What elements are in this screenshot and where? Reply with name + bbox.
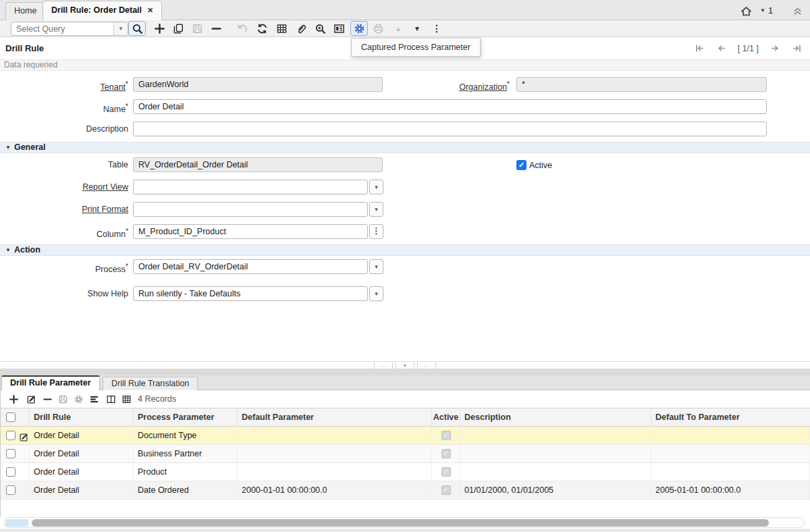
- save-button[interactable]: [191, 22, 203, 34]
- tab-home[interactable]: Home: [5, 2, 45, 20]
- tenant-field[interactable]: [133, 77, 383, 92]
- grid-toggle-button[interactable]: [275, 22, 288, 34]
- down-triangle-icon: ▼: [414, 25, 421, 32]
- row-edit-button[interactable]: [19, 431, 29, 441]
- panel-splitter[interactable]: … ▼ …: [0, 361, 810, 369]
- detail-delete-button[interactable]: [42, 394, 53, 404]
- column-header-default-parameter[interactable]: Default Parameter: [238, 408, 432, 426]
- process-button[interactable]: [350, 21, 368, 36]
- print-format-dropdown-button[interactable]: ▾: [369, 202, 383, 217]
- previous-record-button[interactable]: [716, 43, 726, 53]
- scrollbar-thumb[interactable]: [32, 519, 769, 527]
- table-row[interactable]: Order Detail Product ✓: [0, 463, 810, 481]
- check-icon: ✓: [443, 481, 448, 499]
- tab-drill-rule[interactable]: Drill Rule: Order Detail✕: [43, 1, 162, 20]
- detail-record-button[interactable]: ▼: [411, 22, 423, 34]
- table-field[interactable]: [133, 157, 383, 172]
- show-help-field[interactable]: [133, 286, 368, 301]
- new-record-button[interactable]: [153, 22, 165, 34]
- first-record-button[interactable]: [695, 43, 705, 53]
- attachment-button[interactable]: [295, 22, 307, 34]
- report-view-dropdown-button[interactable]: ▾: [369, 180, 383, 194]
- report-view-field[interactable]: [133, 180, 368, 194]
- report-view-label[interactable]: Report View: [10, 180, 128, 194]
- more-actions-button[interactable]: ⋮: [431, 22, 443, 34]
- select-query-dropdown-button[interactable]: ▾: [113, 22, 128, 35]
- cell-active: ✓: [432, 463, 460, 481]
- detail-columns-button[interactable]: [105, 394, 116, 404]
- print-format-field[interactable]: [133, 202, 368, 217]
- horizontal-scrollbar[interactable]: [3, 517, 805, 528]
- parent-record-button[interactable]: ▲: [392, 22, 404, 34]
- splitter-grip-icon[interactable]: …: [374, 363, 393, 369]
- active-label: Active: [529, 161, 552, 170]
- column-header-active[interactable]: Active: [432, 408, 460, 426]
- delete-record-button[interactable]: [210, 22, 222, 34]
- check-icon: ✓: [443, 463, 448, 481]
- copy-icon: [173, 23, 184, 34]
- report-button[interactable]: [333, 22, 345, 34]
- table-row[interactable]: Order Detail Business Partner ✓: [0, 445, 810, 463]
- tab-drill-rule-parameter[interactable]: Drill Rule Parameter: [1, 375, 100, 390]
- column-more-button[interactable]: ⋮: [369, 224, 383, 239]
- active-checkbox[interactable]: ✓: [516, 160, 526, 170]
- select-all-checkbox[interactable]: [6, 413, 16, 422]
- find-record-button[interactable]: [128, 21, 146, 36]
- collapse-header-button[interactable]: [791, 5, 803, 17]
- home-button[interactable]: [740, 5, 752, 17]
- show-help-dropdown-button[interactable]: ▾: [369, 286, 383, 301]
- record-navigation: [ 1/1 ]: [695, 37, 802, 59]
- column-header-drill-rule[interactable]: Drill Rule: [30, 408, 134, 426]
- print-button[interactable]: [372, 22, 384, 34]
- zoom-across-button[interactable]: [314, 22, 326, 34]
- splitter-collapse-icon[interactable]: ▼: [396, 363, 414, 369]
- copy-record-button[interactable]: [172, 22, 184, 34]
- next-record-button[interactable]: [770, 43, 780, 53]
- column-header-default-to-parameter[interactable]: Default To Parameter: [651, 408, 810, 426]
- organization-label[interactable]: Organization*: [392, 77, 510, 95]
- close-tab-icon[interactable]: ✕: [147, 6, 153, 14]
- row-checkbox[interactable]: [6, 467, 16, 477]
- grid-header-row: Drill Rule Process Parameter Default Par…: [0, 408, 810, 427]
- table-row[interactable]: Order Detail Date Ordered 2000-01-01 00:…: [0, 481, 810, 500]
- section-general[interactable]: ▼General: [0, 142, 810, 153]
- row-checkbox[interactable]: [6, 485, 16, 495]
- name-field[interactable]: [133, 99, 767, 114]
- minus-icon: [43, 394, 53, 404]
- splitter-handles[interactable]: … ▼ …: [373, 363, 437, 369]
- window-count: 1: [768, 5, 773, 16]
- description-field[interactable]: [133, 122, 767, 136]
- organization-field[interactable]: [516, 77, 767, 92]
- detail-process-button[interactable]: [73, 394, 84, 404]
- detail-edit-button[interactable]: [26, 394, 36, 404]
- detail-grid-view-button[interactable]: [121, 394, 132, 404]
- select-query-combo[interactable]: ▾: [11, 22, 128, 36]
- detail-list-view-button[interactable]: [88, 394, 99, 404]
- row-checkbox[interactable]: [6, 449, 16, 458]
- last-record-button[interactable]: [792, 43, 802, 53]
- refresh-button[interactable]: [256, 22, 268, 34]
- row-checkbox[interactable]: [6, 431, 16, 440]
- process-dropdown-button[interactable]: ▾: [369, 259, 383, 274]
- splitter-grip-icon[interactable]: …: [417, 363, 436, 369]
- frozen-column-indicator: [5, 519, 28, 527]
- column-header-description[interactable]: Description: [460, 408, 651, 426]
- tenant-label[interactable]: Tenant*: [10, 77, 128, 95]
- undo-button[interactable]: [236, 22, 248, 34]
- application-window: Home Drill Rule: Order Detail✕ ▼ 1 ▾ ▲ ▼…: [0, 0, 810, 532]
- print-format-label[interactable]: Print Format: [10, 202, 128, 217]
- cell-description: [460, 463, 651, 481]
- process-field[interactable]: [133, 259, 368, 274]
- detail-new-button[interactable]: [8, 394, 19, 404]
- cell-drill-rule: Order Detail: [30, 427, 134, 444]
- column-header-process-parameter[interactable]: Process Parameter: [134, 408, 238, 426]
- select-query-input[interactable]: [11, 22, 113, 35]
- gear-icon: [354, 23, 365, 34]
- column-field[interactable]: [133, 224, 368, 239]
- tab-drill-rule-translation[interactable]: Drill Rule Translation: [103, 377, 198, 390]
- detail-save-button[interactable]: [57, 394, 68, 404]
- parameter-grid: Drill Rule Process Parameter Default Par…: [0, 408, 810, 500]
- table-row[interactable]: Order Detail Document Type ✓: [0, 427, 810, 445]
- window-count-dropdown[interactable]: ▼ 1: [760, 0, 773, 20]
- section-action[interactable]: ▼Action: [0, 244, 810, 256]
